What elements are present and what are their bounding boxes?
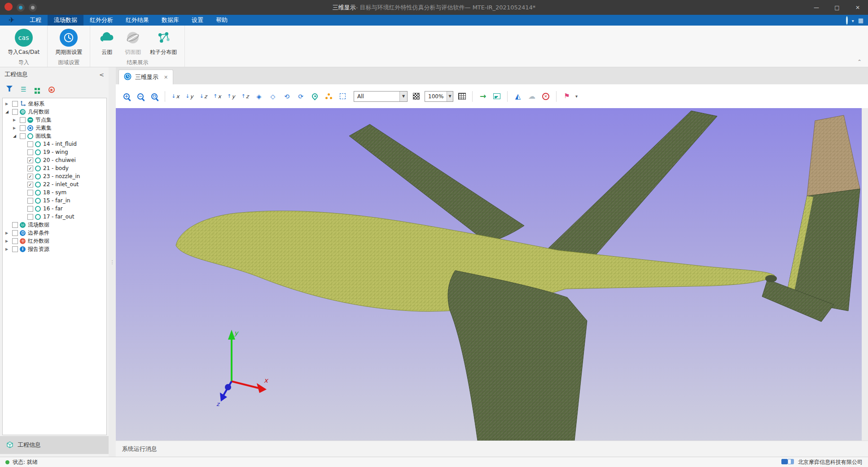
tree-item[interactable]: ▶元素集: [3, 124, 106, 132]
rotate-ccw-icon[interactable]: ⟲: [281, 91, 292, 102]
menu-item[interactable]: 红外结果: [119, 15, 155, 26]
clear-results-icon[interactable]: ✕: [540, 91, 551, 102]
zoom-level-select[interactable]: 100%▼: [425, 91, 453, 102]
window-grid-icon[interactable]: ▦: [858, 17, 864, 24]
menu-item[interactable]: 红外分析: [83, 15, 119, 26]
panel-layout-alt-icon[interactable]: [788, 459, 794, 466]
zoom-out-icon[interactable]: −: [135, 91, 146, 102]
tree-checkbox[interactable]: ✓: [27, 174, 33, 179]
tree-checkbox[interactable]: [12, 101, 18, 107]
probe-pin-icon[interactable]: [309, 91, 320, 102]
display-filter-select[interactable]: All▼: [354, 91, 408, 102]
tree-item[interactable]: ◢面线集: [3, 132, 106, 140]
tree-checkbox[interactable]: [27, 198, 33, 204]
tree-item[interactable]: 14 - int_fluid: [3, 140, 106, 148]
tree-expand-arrow-icon[interactable]: ◢: [5, 109, 12, 114]
locate-target-icon[interactable]: [48, 86, 55, 93]
tree-expand-arrow-icon[interactable]: ▶: [5, 239, 12, 243]
view-neg-x-icon[interactable]: ↓x: [170, 91, 181, 102]
tree-item[interactable]: ✓23 - nozzle_in: [3, 172, 106, 180]
viewport-3d[interactable]: y x z: [116, 108, 862, 441]
tree-checkbox[interactable]: [27, 141, 33, 147]
tree-checkbox[interactable]: [27, 206, 33, 212]
list-view-icon[interactable]: ☰: [21, 86, 26, 93]
tree-checkbox[interactable]: [20, 117, 26, 123]
tree-expand-arrow-icon[interactable]: ▶: [13, 118, 20, 122]
tree-checkbox[interactable]: [12, 230, 18, 236]
panel-splitter[interactable]: ⋮: [109, 67, 116, 457]
tree-expand-arrow-icon[interactable]: ▶: [5, 247, 12, 251]
tree-checkbox[interactable]: [27, 149, 33, 155]
minimize-button[interactable]: —: [806, 0, 827, 15]
periodic-face-button[interactable]: 周期面设置: [51, 26, 86, 57]
view-pos-y-icon[interactable]: ↑y: [226, 91, 237, 102]
menu-item[interactable]: 设置: [185, 15, 210, 26]
tree-item[interactable]: ◢几何数据: [3, 108, 106, 116]
dropdown-caret-icon[interactable]: ▾: [852, 17, 854, 24]
tree-checkbox[interactable]: [12, 222, 18, 228]
hatch-pattern-icon[interactable]: [411, 91, 421, 102]
filter-icon[interactable]: [6, 86, 13, 93]
particle-map-button[interactable]: 粒子分布图: [146, 26, 181, 57]
tree-item[interactable]: 16 - far: [3, 205, 106, 213]
display-filter-caret-icon[interactable]: ▼: [399, 92, 407, 101]
panel-layout-icon[interactable]: [781, 459, 788, 466]
tree-item[interactable]: ▶节点集: [3, 116, 106, 124]
zoom-level-caret-icon[interactable]: ▼: [447, 92, 453, 101]
tree-expand-arrow-icon[interactable]: ◢: [13, 134, 20, 138]
tree-checkbox[interactable]: [20, 133, 26, 139]
cloud-display-icon[interactable]: ☁: [526, 91, 537, 102]
view-neg-y-icon[interactable]: ↓y: [184, 91, 195, 102]
menu-item[interactable]: 工程: [23, 15, 48, 26]
annotation-flag-icon[interactable]: ⚑: [561, 91, 572, 102]
tree-item[interactable]: ▶i报告资源: [3, 245, 106, 253]
view-neg-z-icon[interactable]: ↓z: [198, 91, 209, 102]
tree-checkbox[interactable]: [12, 246, 18, 252]
menu-item[interactable]: 帮助: [210, 15, 234, 26]
tree-checkbox[interactable]: ✓: [27, 166, 33, 171]
tree-item[interactable]: 17 - far_out: [3, 213, 106, 221]
view-iso-back-icon[interactable]: ◇: [267, 91, 278, 102]
view-pos-z-icon[interactable]: ↑z: [240, 91, 250, 102]
grid-toggle-icon[interactable]: [456, 91, 467, 102]
tree-item[interactable]: ✓22 - inlet_out: [3, 180, 106, 188]
tree-checkbox[interactable]: [27, 214, 33, 220]
import-cas-dat-button[interactable]: cas 导入Cas/Dat: [4, 26, 44, 57]
particle-nodes-icon[interactable]: [323, 91, 334, 102]
tree-item[interactable]: 19 - wing: [3, 148, 106, 156]
tree-item[interactable]: 流场数据: [3, 221, 106, 229]
project-info-tab[interactable]: 工程信息: [0, 436, 109, 454]
tree-checkbox[interactable]: [12, 109, 18, 115]
tree-item[interactable]: 15 - far_in: [3, 196, 106, 205]
zoom-fit-icon[interactable]: [149, 91, 160, 102]
menu-item[interactable]: 数据库: [155, 15, 185, 26]
tree-item[interactable]: ▶边界条件: [3, 229, 106, 237]
section-box-icon[interactable]: [337, 91, 348, 102]
tab-3d-view[interactable]: 三维显示 ✕: [118, 70, 173, 84]
panel-collapse-button[interactable]: <: [99, 71, 104, 78]
user-badge-icon[interactable]: [846, 17, 848, 24]
tree-item[interactable]: 18 - sym: [3, 188, 106, 196]
tree-item[interactable]: ▶红外数据: [3, 237, 106, 245]
maximize-button[interactable]: □: [827, 0, 847, 15]
tree-checkbox[interactable]: [12, 238, 18, 244]
ribbon-collapse-icon[interactable]: ⌃: [857, 59, 862, 65]
tree-item[interactable]: ✓21 - body: [3, 164, 106, 172]
view-iso-front-icon[interactable]: ◈: [254, 91, 264, 102]
snapshot-image-icon[interactable]: [491, 91, 502, 102]
tree-checkbox[interactable]: [27, 190, 33, 196]
tree-expand-arrow-icon[interactable]: ▶: [5, 231, 12, 235]
cloud-map-button[interactable]: 云图: [94, 26, 120, 57]
tree-checkbox[interactable]: ✓: [27, 157, 33, 163]
annotation-caret-icon[interactable]: ▾: [575, 94, 578, 99]
view-pos-x-icon[interactable]: ↑x: [212, 91, 223, 102]
mirror-view-icon[interactable]: ◭: [513, 91, 523, 102]
tree-item[interactable]: ▶坐标系: [3, 100, 106, 108]
grid-view-icon[interactable]: [35, 85, 40, 94]
tree-checkbox[interactable]: ✓: [27, 182, 33, 188]
tree-expand-arrow-icon[interactable]: ▶: [5, 102, 12, 106]
close-button[interactable]: ✕: [847, 0, 868, 15]
export-forward-icon[interactable]: →: [478, 91, 488, 102]
tree-expand-arrow-icon[interactable]: ▶: [13, 126, 20, 130]
menu-item[interactable]: 流场数据: [48, 15, 83, 26]
